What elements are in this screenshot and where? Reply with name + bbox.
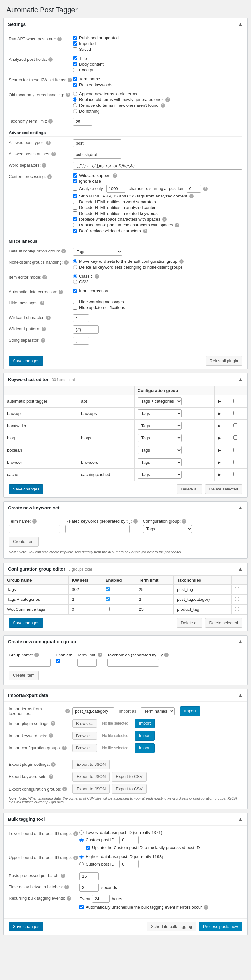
new-config-name-input[interactable]: [9, 659, 51, 667]
config-row-select[interactable]: [235, 597, 239, 601]
old-taxonomy-info-icon[interactable]: ?: [66, 92, 70, 97]
editor-csv-radio[interactable]: [73, 280, 77, 284]
time-delay-info[interactable]: ?: [64, 885, 69, 889]
settings-section-header[interactable]: Settings ▲: [3, 18, 248, 31]
default-config-info-icon[interactable]: ?: [61, 249, 66, 253]
config-enabled-checkbox[interactable]: [106, 597, 110, 601]
auto-unschedule-info[interactable]: ?: [204, 905, 208, 910]
import-settings-button[interactable]: Import: [135, 719, 155, 728]
config-save-button[interactable]: Save changes: [9, 618, 43, 628]
nonexistent-info-icon[interactable]: ?: [64, 260, 69, 265]
lower-custom-input[interactable]: [119, 836, 139, 844]
import-config-browse-button[interactable]: Browse...: [72, 744, 97, 752]
new-keyword-config-info[interactable]: ?: [182, 519, 186, 523]
lower-custom-radio[interactable]: [80, 838, 84, 842]
time-delay-input[interactable]: [80, 883, 99, 892]
kw-group-select[interactable]: TagsTags + categories: [138, 434, 182, 442]
content-replace-whitespace-info[interactable]: ?: [162, 217, 167, 221]
import-config-button[interactable]: Import: [135, 743, 155, 753]
search-kw-info-icon[interactable]: ?: [67, 78, 72, 82]
term-limit-input[interactable]: 25: [73, 118, 92, 126]
posts-per-batch-info[interactable]: ?: [61, 873, 66, 878]
content-replace-non-alpha-info[interactable]: ?: [175, 223, 179, 228]
wildcard-pattern-info-icon[interactable]: ?: [42, 327, 46, 331]
content-replace-non-alpha-checkbox[interactable]: [73, 223, 77, 227]
recurring-hours-input[interactable]: [92, 895, 110, 903]
settings-save-button[interactable]: Save changes: [9, 356, 43, 366]
import-as-select[interactable]: Term names Term slugs: [141, 707, 175, 715]
hide-messages-info-icon[interactable]: ?: [40, 301, 45, 305]
wildcard-char-info-icon[interactable]: ?: [46, 315, 51, 320]
lower-lowest-db-radio[interactable]: [80, 830, 84, 835]
kw-term-name-checkbox[interactable]: [73, 77, 77, 81]
lower-bound-info[interactable]: ?: [74, 831, 78, 836]
content-decode-word-sep-checkbox[interactable]: [73, 200, 77, 204]
posts-per-batch-input[interactable]: [80, 872, 99, 880]
allowed-types-info-icon[interactable]: ?: [46, 140, 51, 145]
reinstall-plugin-button[interactable]: Reinstall plugin: [206, 356, 242, 366]
taxonomy-append-radio[interactable]: [73, 92, 77, 96]
item-editor-info-icon[interactable]: ?: [43, 275, 47, 280]
content-analyze-only-checkbox[interactable]: [73, 186, 77, 191]
field-excerpt-checkbox[interactable]: [73, 68, 77, 72]
field-body-checkbox[interactable]: [73, 62, 77, 66]
allowed-statuses-input[interactable]: publish,draft: [73, 151, 122, 159]
editor-classic-info[interactable]: ?: [94, 274, 99, 278]
nonexistent-delete-radio[interactable]: [73, 265, 77, 269]
run-apt-saved-checkbox[interactable]: [73, 47, 77, 51]
export-config-info[interactable]: ?: [62, 787, 67, 791]
new-config-tax-input[interactable]: [107, 659, 159, 667]
export-settings-info[interactable]: ?: [51, 762, 56, 767]
import-taxonomy-info[interactable]: ?: [66, 709, 70, 713]
config-delete-selected-button[interactable]: Delete selected: [205, 618, 242, 628]
wildcard-char-input[interactable]: [73, 314, 89, 322]
analyze-only-info[interactable]: ?: [203, 186, 208, 191]
import-settings-browse-button[interactable]: Browse...: [72, 719, 97, 727]
string-sep-info-icon[interactable]: ?: [41, 338, 45, 342]
auto-unschedule-checkbox[interactable]: [80, 905, 84, 909]
import-settings-info[interactable]: ?: [51, 721, 55, 725]
import-taxonomy-input[interactable]: [72, 707, 114, 715]
content-decode-analyzed-checkbox[interactable]: [73, 205, 77, 210]
taxonomy-remove-info-icon[interactable]: ?: [161, 103, 165, 108]
config-editor-header[interactable]: Configuration group editor 3 groups tota…: [3, 563, 248, 575]
export-config-json-button[interactable]: Export to JSON: [72, 784, 110, 794]
wildcard-pattern-input[interactable]: [73, 326, 99, 334]
upper-bound-info[interactable]: ?: [74, 856, 78, 860]
import-kw-info[interactable]: ?: [49, 733, 53, 738]
content-strip-html-checkbox[interactable]: [73, 194, 77, 198]
kw-row-check[interactable]: [233, 460, 238, 464]
new-keyword-config-select[interactable]: Tags Tags + categories WooCommerce tags: [143, 525, 192, 533]
term-limit-info-icon[interactable]: ?: [48, 119, 53, 124]
kw-save-button[interactable]: Save changes: [9, 484, 43, 494]
new-keyword-related-input[interactable]: [66, 525, 129, 533]
new-config-term-input[interactable]: [77, 659, 96, 667]
new-keyword-create-button[interactable]: Create item: [9, 537, 38, 546]
analyze-only-chars-input[interactable]: [106, 185, 126, 192]
kw-row-check[interactable]: [233, 399, 238, 403]
nonexistent-move-radio[interactable]: [73, 259, 77, 263]
kw-group-select[interactable]: Tags + categoriesTags: [138, 397, 182, 405]
kw-related-checkbox[interactable]: [73, 83, 77, 87]
field-title-checkbox[interactable]: [73, 56, 77, 60]
new-config-enabled-checkbox[interactable]: [56, 659, 60, 663]
taxonomy-replace-radio[interactable]: [73, 97, 77, 102]
config-row-select[interactable]: [235, 607, 239, 611]
content-ignore-case-checkbox[interactable]: [73, 179, 77, 183]
new-config-term-info[interactable]: ?: [98, 652, 102, 657]
import-config-info[interactable]: ?: [62, 746, 67, 750]
new-config-name-info[interactable]: ?: [34, 652, 39, 657]
new-keyword-header[interactable]: Create new keyword set ▲: [3, 502, 248, 514]
recurring-info[interactable]: ?: [67, 896, 71, 900]
kw-group-select[interactable]: TagsTags + categories: [138, 446, 182, 454]
taxonomy-nothing-radio[interactable]: [73, 109, 77, 113]
new-config-tax-info[interactable]: ?: [164, 652, 169, 657]
kw-delete-all-button[interactable]: Delete all: [177, 484, 202, 494]
run-apt-imported-checkbox[interactable]: [73, 41, 77, 46]
config-enabled-checkbox[interactable]: [106, 587, 110, 591]
export-settings-json-button[interactable]: Export to JSON: [72, 760, 110, 769]
export-kw-csv-button[interactable]: Export to CSV: [112, 772, 146, 781]
upper-highest-db-radio[interactable]: [80, 854, 84, 859]
config-enabled-checkbox[interactable]: [106, 607, 110, 611]
taxonomy-replace-info-icon[interactable]: ?: [165, 97, 170, 102]
